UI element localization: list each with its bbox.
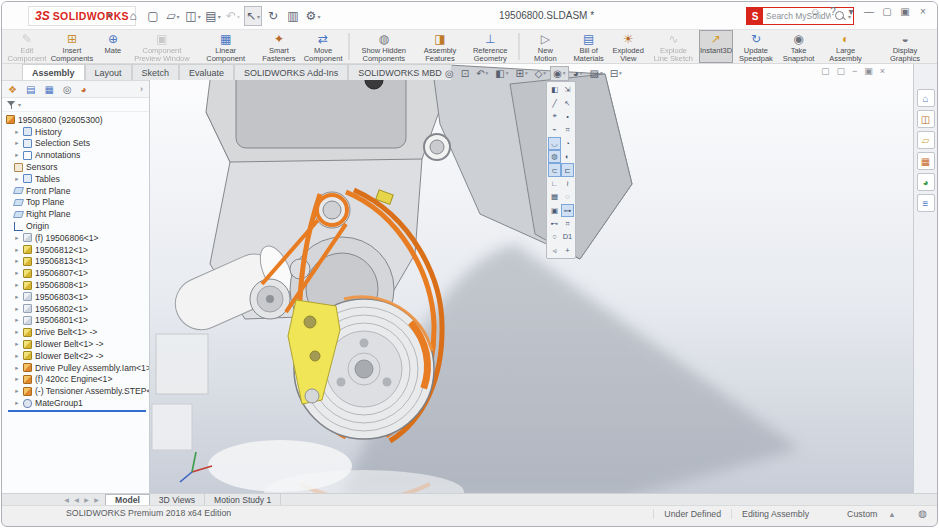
view-tool-button[interactable]: ◉▾ xyxy=(550,66,569,81)
palette-tool-button[interactable]: ⊷ xyxy=(548,217,561,230)
ribbon-button[interactable]: ⊕ Mate ▾ xyxy=(96,30,130,63)
window-control-button[interactable]: — xyxy=(863,6,875,17)
expand-arrow-icon[interactable]: ▸ xyxy=(14,375,20,383)
doc-window-button[interactable]: × xyxy=(880,66,885,76)
menu-flyout-icon[interactable]: ▸ xyxy=(108,10,112,19)
palette-tool-button[interactable]: ◧ xyxy=(548,83,561,96)
tree-item[interactable]: ▸ Blower Belt<1> -> xyxy=(2,338,149,350)
ribbon-button[interactable]: ⊞ Insert Components ▾ xyxy=(48,30,96,63)
tag-icon[interactable]: ◍ xyxy=(918,508,927,519)
expand-arrow-icon[interactable]: ▸ xyxy=(14,399,20,407)
command-tab[interactable]: SOLIDWORKS MBD xyxy=(348,64,452,80)
expand-arrow-icon[interactable]: ▸ xyxy=(14,281,20,289)
panel-expand-chevron-icon[interactable]: › xyxy=(140,84,143,94)
tree-item[interactable]: Top Plane xyxy=(2,197,149,209)
palette-tool-button[interactable]: ◃ xyxy=(548,244,561,257)
palette-tool-button[interactable]: ◔ xyxy=(561,137,574,150)
tab-scroll-arrow-icon[interactable]: ◀ xyxy=(72,496,81,503)
tree-item[interactable]: ▸ 19506803<1> xyxy=(2,291,149,303)
palette-tool-button[interactable]: ≀ xyxy=(561,177,574,190)
ribbon-button[interactable]: ▾ xyxy=(518,33,520,60)
expand-arrow-icon[interactable]: ▸ xyxy=(14,305,20,313)
palette-tool-button[interactable]: ◐ xyxy=(561,150,574,163)
document-tab[interactable]: Model xyxy=(105,494,150,505)
ribbon-button[interactable]: ▣ Component Preview Window ▾ xyxy=(130,30,194,63)
panel-tab-icon[interactable]: ◕ xyxy=(81,83,87,96)
tree-item[interactable]: ▸ 19506801<1> xyxy=(2,315,149,327)
dropdown-caret-icon[interactable]: ▾ xyxy=(543,70,546,76)
view-tool-button[interactable]: ⊡▾ xyxy=(458,66,472,81)
ribbon-button[interactable]: ▤ Bill of Materials ▾ xyxy=(569,30,609,63)
command-tab[interactable]: Layout xyxy=(85,64,132,80)
palette-tool-button[interactable]: ◍ xyxy=(548,150,561,163)
expand-arrow-icon[interactable]: ▸ xyxy=(14,316,20,324)
tree-item[interactable] xyxy=(2,409,149,413)
tree-item[interactable]: ▸ Blower Belt<2> -> xyxy=(2,350,149,362)
palette-tool-button[interactable]: ⊏ xyxy=(561,163,574,176)
tab-scroll-arrow-icon[interactable]: ◀ xyxy=(62,496,71,503)
dropdown-caret-icon[interactable]: ▾ xyxy=(506,70,509,76)
ribbon-button[interactable]: ↻ Update Speedpak ▾ xyxy=(733,30,779,63)
task-pane-icon[interactable]: ◕ xyxy=(917,173,935,191)
document-tab[interactable]: 3D Views xyxy=(150,494,205,505)
quick-access-button[interactable]: ▱▾ xyxy=(164,6,182,26)
ribbon-button[interactable]: ◐ Large Assembly Mode ▾ xyxy=(818,30,873,63)
command-tab[interactable]: Assembly xyxy=(22,64,85,80)
dropdown-caret-icon[interactable]: ▾ xyxy=(198,13,201,20)
view-tool-button[interactable]: ⊞▾ xyxy=(513,66,531,81)
tree-item[interactable]: ▸ Annotations xyxy=(2,149,149,161)
palette-tool-button[interactable]: ⊶ xyxy=(561,204,574,217)
quick-access-button[interactable]: ⚙▾ xyxy=(304,6,322,26)
ribbon-button[interactable]: ▦ Linear Component Pattern ▾ xyxy=(194,30,258,63)
rollback-bar[interactable] xyxy=(8,410,146,412)
dropdown-caret-icon[interactable]: ▾ xyxy=(563,70,566,76)
tree-item[interactable]: Front Plane xyxy=(2,185,149,197)
quick-access-button[interactable]: ↻▾ xyxy=(264,6,282,26)
configuration-selector[interactable]: Custom ▴ xyxy=(837,509,904,519)
filter-caret-icon[interactable]: ▾ xyxy=(18,101,21,108)
palette-tool-button[interactable]: ⊂ xyxy=(548,163,561,176)
view-tool-button[interactable]: ⊟▾ xyxy=(607,66,625,81)
command-tab[interactable]: Evaluate xyxy=(179,64,234,80)
tree-item[interactable]: 19506800 (92605300) xyxy=(2,114,149,126)
tree-item[interactable]: ▸ 19506812<1> xyxy=(2,244,149,256)
window-control-button[interactable]: ? xyxy=(827,6,839,17)
dropdown-caret-icon[interactable]: ▾ xyxy=(580,70,583,76)
ribbon-button[interactable]: ∿ Explode Line Sketch ▾ xyxy=(648,30,699,63)
filter-icon[interactable] xyxy=(7,101,16,109)
quick-access-button[interactable]: ◫▾ xyxy=(184,6,202,26)
task-pane-icon[interactable]: ▦ xyxy=(917,152,935,170)
palette-tool-button[interactable]: ⌗ xyxy=(561,217,574,230)
tree-item[interactable]: Sensors xyxy=(2,161,149,173)
panel-tab-icon[interactable]: ❖ xyxy=(8,83,17,96)
task-pane-icon[interactable]: ⌂ xyxy=(917,89,935,107)
tree-item[interactable]: ▸ Selection Sets xyxy=(2,138,149,150)
dropdown-caret-icon[interactable]: ▾ xyxy=(317,13,320,20)
panel-tab-icon[interactable]: ◎ xyxy=(63,83,72,96)
tree-item[interactable]: ▸ Drive Pulley Assembly.Iam<1> xyxy=(2,362,149,374)
expand-arrow-icon[interactable]: ▸ xyxy=(14,293,20,301)
panel-tab-icon[interactable]: ▦ xyxy=(44,83,53,96)
quick-access-button[interactable]: ▢▾ xyxy=(144,6,162,26)
expand-arrow-icon[interactable]: ▸ xyxy=(14,387,20,395)
task-pane-icon[interactable]: ≡ xyxy=(917,194,935,212)
quick-access-button[interactable]: ▤▾ xyxy=(204,6,222,26)
view-tool-button[interactable]: ▨▾ xyxy=(586,66,605,81)
ribbon-button[interactable]: ↗ Instant3D ▾ xyxy=(699,30,733,63)
tree-item[interactable]: ▸ (-) Tensioner Assembly.STEP<1> xyxy=(2,385,149,397)
window-control-button[interactable]: × xyxy=(917,6,929,17)
dropdown-caret-icon[interactable]: ▾ xyxy=(525,70,528,76)
tree-item[interactable]: ▸ (f) 19506806<1> xyxy=(2,232,149,244)
view-tool-button[interactable]: ◎▾ xyxy=(442,66,457,81)
document-tab[interactable]: Motion Study 1 xyxy=(205,494,281,505)
view-tool-button[interactable]: ◕▾ xyxy=(570,66,586,81)
ribbon-button[interactable]: ◍ Show Hidden Components ▾ xyxy=(352,30,416,63)
tab-scroll-arrow-icon[interactable]: ▶ xyxy=(82,496,91,503)
palette-tool-button[interactable]: ▦ xyxy=(548,190,561,203)
doc-window-button[interactable]: − xyxy=(852,66,857,76)
dropdown-caret-icon[interactable]: ▾ xyxy=(486,70,489,76)
view-tool-button[interactable]: ◇▾ xyxy=(532,66,549,81)
tree-item[interactable]: ▸ History xyxy=(2,126,149,138)
window-control-button[interactable]: ▣ xyxy=(899,6,911,17)
quick-access-button[interactable]: ↶▾ xyxy=(224,6,242,26)
